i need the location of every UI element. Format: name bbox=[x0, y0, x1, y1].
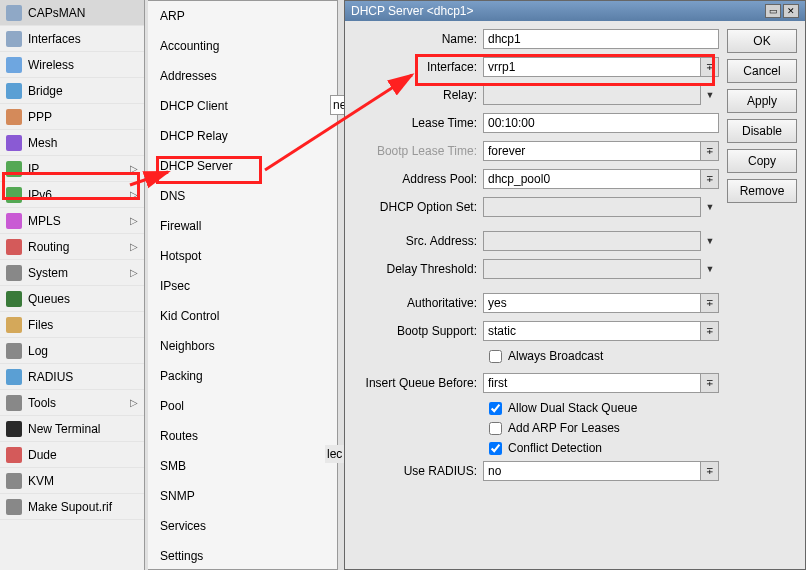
conflict-detection-checkbox[interactable] bbox=[489, 442, 502, 455]
radius-icon bbox=[6, 369, 22, 385]
use-radius-input[interactable] bbox=[483, 461, 701, 481]
submenu-item-addresses[interactable]: Addresses bbox=[148, 61, 337, 91]
name-input[interactable] bbox=[483, 29, 719, 49]
chevron-right-icon: ▷ bbox=[130, 267, 138, 278]
queues-icon bbox=[6, 291, 22, 307]
apply-button[interactable]: Apply bbox=[727, 89, 797, 113]
use-radius-dropdown-icon[interactable]: ∓ bbox=[701, 461, 719, 481]
copy-button[interactable]: Copy bbox=[727, 149, 797, 173]
new-terminal-icon bbox=[6, 421, 22, 437]
wireless-icon bbox=[6, 57, 22, 73]
add-arp-checkbox[interactable] bbox=[489, 422, 502, 435]
address-pool-dropdown-icon[interactable]: ∓ bbox=[701, 169, 719, 189]
dhcp-option-set-input[interactable] bbox=[483, 197, 701, 217]
submenu-item-neighbors[interactable]: Neighbors bbox=[148, 331, 337, 361]
sidebar-item-capsman[interactable]: CAPsMAN bbox=[0, 0, 144, 26]
submenu-item-ipsec[interactable]: IPsec bbox=[148, 271, 337, 301]
sidebar-item-new-terminal[interactable]: New Terminal bbox=[0, 416, 144, 442]
sidebar-item-ppp[interactable]: PPP bbox=[0, 104, 144, 130]
allow-dual-stack-checkbox[interactable] bbox=[489, 402, 502, 415]
bootp-lease-time-input[interactable] bbox=[483, 141, 701, 161]
sidebar-item-log[interactable]: Log bbox=[0, 338, 144, 364]
sidebar-item-kvm[interactable]: KVM bbox=[0, 468, 144, 494]
sidebar-item-queues[interactable]: Queues bbox=[0, 286, 144, 312]
submenu-item-dhcp-client[interactable]: DHCP Client bbox=[148, 91, 337, 121]
always-broadcast-checkbox[interactable] bbox=[489, 350, 502, 363]
cancel-button[interactable]: Cancel bbox=[727, 59, 797, 83]
submenu-item-accounting[interactable]: Accounting bbox=[148, 31, 337, 61]
submenu-item-arp[interactable]: ARP bbox=[148, 1, 337, 31]
bridge-icon bbox=[6, 83, 22, 99]
sidebar-item-make-supoutrif[interactable]: Make Supout.rif bbox=[0, 494, 144, 520]
sidebar-item-label: Queues bbox=[28, 292, 138, 306]
bootp-lease-dropdown-icon[interactable]: ∓ bbox=[701, 141, 719, 161]
sidebar-item-tools[interactable]: Tools▷ bbox=[0, 390, 144, 416]
disable-button[interactable]: Disable bbox=[727, 119, 797, 143]
minimize-icon[interactable]: ▭ bbox=[765, 4, 781, 18]
sidebar-item-dude[interactable]: Dude bbox=[0, 442, 144, 468]
relay-input[interactable] bbox=[483, 85, 701, 105]
src-address-input[interactable] bbox=[483, 231, 701, 251]
submenu-item-snmp[interactable]: SNMP bbox=[148, 481, 337, 511]
submenu-item-routes[interactable]: Routes bbox=[148, 421, 337, 451]
submenu-item-hotspot[interactable]: Hotspot bbox=[148, 241, 337, 271]
close-icon[interactable]: ✕ bbox=[783, 4, 799, 18]
dhcp-option-expand-icon[interactable]: ▼ bbox=[701, 197, 719, 217]
relay-label: Relay: bbox=[353, 88, 483, 102]
ok-button[interactable]: OK bbox=[727, 29, 797, 53]
submenu-item-packing[interactable]: Packing bbox=[148, 361, 337, 391]
interfaces-icon bbox=[6, 31, 22, 47]
insert-queue-dropdown-icon[interactable]: ∓ bbox=[701, 373, 719, 393]
submenu-item-services[interactable]: Services bbox=[148, 511, 337, 541]
authoritative-dropdown-icon[interactable]: ∓ bbox=[701, 293, 719, 313]
ipv6-icon bbox=[6, 187, 22, 203]
submenu-item-settings[interactable]: Settings bbox=[148, 541, 337, 570]
sidebar-item-system[interactable]: System▷ bbox=[0, 260, 144, 286]
chevron-right-icon: ▷ bbox=[130, 163, 138, 174]
sidebar-item-bridge[interactable]: Bridge bbox=[0, 78, 144, 104]
submenu-item-kid-control[interactable]: Kid Control bbox=[148, 301, 337, 331]
conflict-detection-label: Conflict Detection bbox=[508, 441, 602, 455]
routing-icon bbox=[6, 239, 22, 255]
sidebar-item-mesh[interactable]: Mesh bbox=[0, 130, 144, 156]
submenu-item-dhcp-server[interactable]: DHCP Server bbox=[148, 151, 337, 181]
submenu-item-dhcp-relay[interactable]: DHCP Relay bbox=[148, 121, 337, 151]
sidebar-item-label: Dude bbox=[28, 448, 138, 462]
interface-input[interactable] bbox=[483, 57, 701, 77]
mpls-icon bbox=[6, 213, 22, 229]
submenu-item-pool[interactable]: Pool bbox=[148, 391, 337, 421]
src-address-expand-icon[interactable]: ▼ bbox=[701, 231, 719, 251]
bootp-support-input[interactable] bbox=[483, 321, 701, 341]
sidebar-item-ip[interactable]: IP▷ bbox=[0, 156, 144, 182]
sidebar-item-radius[interactable]: RADIUS bbox=[0, 364, 144, 390]
insert-queue-before-input[interactable] bbox=[483, 373, 701, 393]
sidebar-item-label: KVM bbox=[28, 474, 138, 488]
sidebar-item-interfaces[interactable]: Interfaces bbox=[0, 26, 144, 52]
sidebar-item-label: Interfaces bbox=[28, 32, 138, 46]
sidebar-item-files[interactable]: Files bbox=[0, 312, 144, 338]
system-icon bbox=[6, 265, 22, 281]
sidebar-item-label: RADIUS bbox=[28, 370, 138, 384]
remove-button[interactable]: Remove bbox=[727, 179, 797, 203]
interface-label: Interface: bbox=[353, 60, 483, 74]
interface-dropdown-icon[interactable]: ∓ bbox=[701, 57, 719, 77]
address-pool-input[interactable] bbox=[483, 169, 701, 189]
dialog-action-buttons: OK Cancel Apply Disable Copy Remove bbox=[727, 29, 797, 489]
authoritative-input[interactable] bbox=[483, 293, 701, 313]
sidebar-item-mpls[interactable]: MPLS▷ bbox=[0, 208, 144, 234]
submenu-item-firewall[interactable]: Firewall bbox=[148, 211, 337, 241]
sidebar-item-wireless[interactable]: Wireless bbox=[0, 52, 144, 78]
submenu-item-smb[interactable]: SMB bbox=[148, 451, 337, 481]
bootp-support-dropdown-icon[interactable]: ∓ bbox=[701, 321, 719, 341]
delay-threshold-input[interactable] bbox=[483, 259, 701, 279]
sidebar-item-ipv6[interactable]: IPv6▷ bbox=[0, 182, 144, 208]
dialog-titlebar: DHCP Server <dhcp1> ▭ ✕ bbox=[345, 1, 805, 21]
delay-threshold-expand-icon[interactable]: ▼ bbox=[701, 259, 719, 279]
lease-time-input[interactable] bbox=[483, 113, 719, 133]
sidebar-item-routing[interactable]: Routing▷ bbox=[0, 234, 144, 260]
submenu-item-dns[interactable]: DNS bbox=[148, 181, 337, 211]
relay-expand-icon[interactable]: ▼ bbox=[701, 85, 719, 105]
add-arp-label: Add ARP For Leases bbox=[508, 421, 620, 435]
chevron-right-icon: ▷ bbox=[130, 215, 138, 226]
sidebar-item-label: Wireless bbox=[28, 58, 138, 72]
